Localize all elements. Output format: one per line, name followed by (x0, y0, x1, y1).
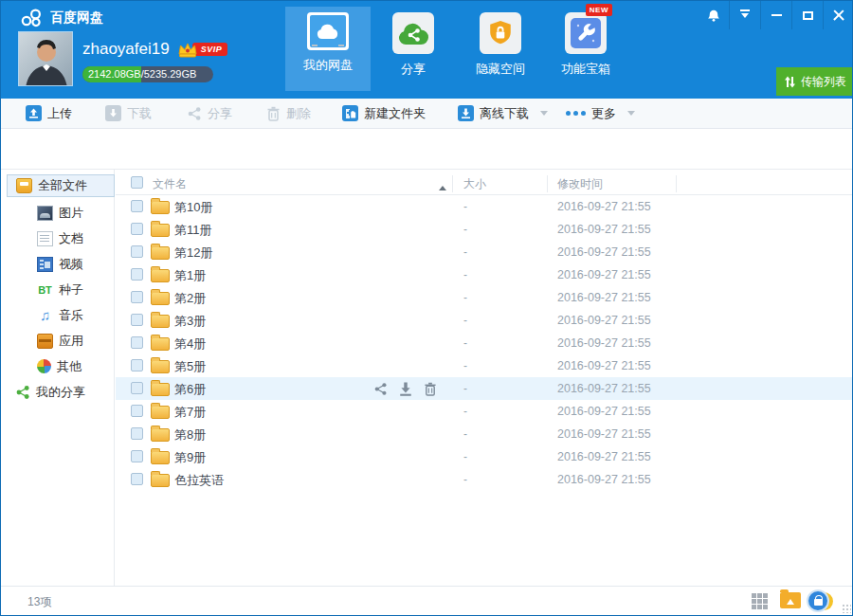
row-checkbox[interactable] (131, 405, 143, 417)
row-checkbox[interactable] (131, 336, 143, 349)
header: 百度网盘 zhaoyafei1 (1, 1, 853, 99)
minimize-button[interactable] (760, 1, 791, 29)
folder-icon (151, 406, 170, 419)
row-download-icon[interactable] (399, 382, 412, 396)
sidebar-label: 文档 (59, 230, 83, 247)
share-button[interactable]: 分享 (187, 99, 232, 128)
upload-button[interactable]: 上传 (26, 99, 72, 128)
new-badge: NEW (586, 4, 612, 16)
row-checkbox[interactable] (131, 473, 143, 485)
nav-tab-my-disk[interactable]: 我的网盘 (285, 12, 371, 74)
folder-icon (151, 224, 170, 237)
file-size: - (463, 359, 467, 372)
sidebar-item-all-files[interactable]: 全部文件 (7, 174, 115, 197)
table-row[interactable]: 第4册 (116, 332, 853, 354)
file-size: - (463, 291, 467, 304)
sidebar-item-apps[interactable]: 应用 (1, 328, 114, 353)
close-button[interactable] (823, 1, 853, 29)
column-header-time[interactable]: 修改时间 (557, 176, 603, 192)
nav-label-share: 分享 (401, 61, 426, 78)
table-row[interactable]: 色拉英语 (116, 468, 853, 491)
table-row[interactable]: 第6册 (116, 377, 853, 400)
sidebar-item-others[interactable]: 其他 (1, 353, 114, 379)
offline-download-label: 离线下载 (480, 105, 529, 122)
file-name[interactable]: 第3册 (174, 313, 206, 330)
avatar[interactable] (18, 31, 73, 86)
main-menu-button[interactable] (729, 1, 760, 29)
file-name[interactable]: 第8册 (174, 426, 206, 444)
file-size: - (463, 382, 467, 395)
table-row[interactable]: 第7册 (116, 400, 853, 423)
row-delete-icon[interactable] (424, 382, 437, 396)
sidebar-item-pictures[interactable]: 图片 (1, 200, 114, 226)
username[interactable]: zhaoyafei19 (82, 40, 170, 59)
file-name[interactable]: 第10册 (174, 199, 212, 216)
row-checkbox[interactable] (131, 200, 143, 212)
delete-button[interactable]: 删除 (266, 99, 311, 128)
sidebar-item-music[interactable]: ♫ 音乐 (1, 302, 114, 328)
table-row[interactable]: 第1册 (116, 263, 853, 286)
sidebar-item-my-shares[interactable]: 我的分享 (1, 379, 114, 405)
my-disk-icon (307, 12, 349, 50)
file-name[interactable]: 第11册 (174, 222, 212, 239)
grid-view-icon[interactable] (752, 593, 769, 610)
folder-icon (151, 383, 170, 396)
offline-download-caret-icon[interactable] (540, 111, 548, 119)
transfer-list-button[interactable]: 传输列表 (776, 67, 853, 96)
upload-folder-icon[interactable] (780, 592, 801, 608)
row-checkbox[interactable] (131, 268, 143, 281)
more-button[interactable]: 更多 (566, 99, 635, 128)
nav-tab-share[interactable]: 分享 (371, 12, 456, 78)
file-name[interactable]: 第4册 (174, 335, 206, 353)
file-name[interactable]: 第7册 (174, 404, 206, 421)
table-row[interactable]: 第8册 (116, 423, 853, 445)
row-checkbox[interactable] (131, 245, 143, 258)
row-checkbox[interactable] (131, 427, 143, 440)
app-logo-title: 百度网盘 (20, 9, 103, 27)
table-row[interactable]: 第12册 (116, 241, 853, 263)
download-label: 下载 (127, 105, 152, 122)
file-name[interactable]: 色拉英语 (174, 472, 224, 489)
sidebar-item-videos[interactable]: 视频 (1, 251, 114, 277)
my-shares-icon (15, 385, 30, 400)
nav-tab-hidden-space[interactable]: 隐藏空间 (458, 12, 543, 78)
table-row[interactable]: 第10册 (116, 195, 853, 218)
new-folder-button[interactable]: 新建文件夹 (342, 99, 426, 128)
file-name[interactable]: 第1册 (174, 267, 206, 284)
file-name[interactable]: 第2册 (174, 290, 206, 307)
column-header-size[interactable]: 大小 (463, 176, 486, 192)
row-checkbox[interactable] (131, 450, 143, 462)
row-checkbox[interactable] (131, 359, 143, 371)
offline-download-button[interactable]: 离线下载 (458, 99, 548, 128)
file-name[interactable]: 第5册 (174, 358, 206, 375)
more-caret-icon[interactable] (627, 111, 635, 119)
maximize-button[interactable] (791, 1, 823, 29)
row-checkbox[interactable] (131, 382, 143, 394)
resize-grip[interactable] (842, 604, 851, 613)
column-header-name[interactable]: 文件名 (153, 176, 187, 192)
lock-space-icon[interactable] (807, 589, 833, 613)
new-folder-label: 新建文件夹 (364, 105, 426, 122)
sidebar-item-torrents[interactable]: BT 种子 (1, 277, 114, 302)
row-checkbox[interactable] (131, 291, 143, 303)
sidebar-label: 图片 (59, 205, 83, 222)
row-checkbox[interactable] (131, 223, 143, 235)
table-row[interactable]: 第5册 (116, 354, 853, 377)
table-row[interactable]: 第11册 (116, 218, 853, 241)
file-name[interactable]: 第6册 (174, 381, 206, 398)
transfer-arrows-icon (784, 76, 796, 88)
file-name[interactable]: 第12册 (174, 245, 212, 262)
table-row[interactable]: 第2册 (116, 286, 853, 309)
file-name[interactable]: 第9册 (174, 449, 206, 466)
notification-bell-icon[interactable] (698, 1, 729, 29)
table-row[interactable]: 第9册 (116, 445, 853, 468)
table-row[interactable]: 第3册 (116, 309, 853, 332)
nav-tab-toolbox[interactable]: NEW 功能宝箱 (543, 12, 628, 78)
download-button[interactable]: 下载 (105, 99, 152, 128)
select-all-checkbox[interactable] (131, 176, 143, 189)
file-list: 文件名 大小 修改时间 第10册 (116, 170, 853, 586)
sort-ascending-icon[interactable] (439, 182, 446, 190)
row-checkbox[interactable] (131, 314, 143, 326)
row-share-icon[interactable] (373, 382, 388, 396)
sidebar-item-documents[interactable]: 文档 (1, 226, 114, 251)
